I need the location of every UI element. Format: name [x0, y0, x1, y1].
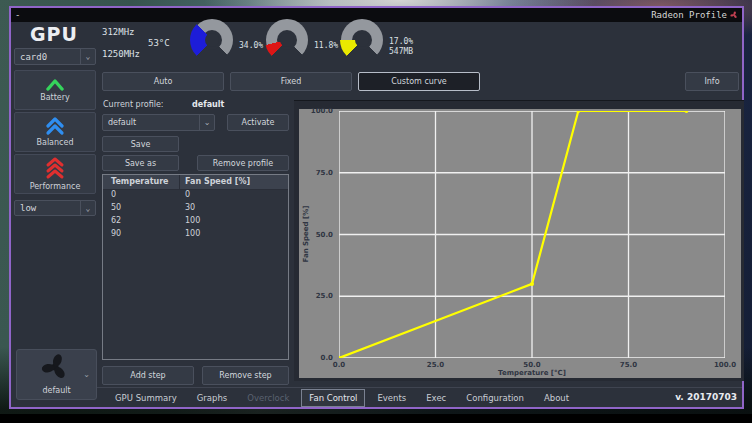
- y-tick-label: 75.0: [316, 169, 333, 177]
- tab-gpu-summary[interactable]: GPU Summary: [107, 389, 185, 407]
- chevron-down-icon: ⌄: [80, 201, 95, 215]
- card-select-value: card0: [15, 52, 80, 62]
- fan-curve-point[interactable]: [530, 282, 534, 286]
- memory-usage-gauge: [341, 19, 383, 61]
- tab-events[interactable]: Events: [369, 389, 414, 407]
- tab-exec[interactable]: Exec: [418, 389, 454, 407]
- y-tick-label: 50.0: [316, 231, 333, 239]
- cell-temperature: 0: [103, 190, 180, 203]
- table-row[interactable]: 62100: [103, 216, 288, 229]
- fan-fixed-button[interactable]: Fixed: [230, 72, 352, 91]
- fan-auto-button[interactable]: Auto: [102, 72, 224, 91]
- profile-select[interactable]: default ⌄: [102, 114, 215, 131]
- y-tick-label: 100.0: [311, 107, 333, 115]
- chevron-down-icon: ⌄: [83, 370, 90, 379]
- power-level-value: low: [15, 203, 80, 213]
- x-axis-label: Temperature [°C]: [339, 369, 725, 377]
- tab-configuration[interactable]: Configuration: [458, 389, 532, 407]
- plot-area[interactable]: [339, 111, 725, 358]
- desktop-wallpaper: - Radeon Profile GPU card0 ⌄: [0, 0, 752, 423]
- minimize-glyph[interactable]: -: [15, 10, 20, 20]
- column-header-fan-speed[interactable]: Fan Speed [%]: [180, 175, 288, 189]
- profile-select-value: default: [103, 118, 199, 127]
- tab-fan-control[interactable]: Fan Control: [301, 389, 365, 407]
- memory-usage-value: 17.0% 547MB: [389, 37, 413, 57]
- table-header: Temperature Fan Speed [%]: [103, 175, 288, 190]
- power-profile-balanced-button[interactable]: Balanced: [14, 112, 96, 152]
- cell-temperature: 62: [103, 216, 180, 229]
- fan-curve-chart[interactable]: Fan Speed [%] 100.075.050.025.00.0 0.025…: [299, 109, 741, 378]
- chevron-down-icon: ⌄: [80, 49, 95, 64]
- x-tick-label: 100.0: [714, 361, 736, 369]
- current-profile-label: Current profile:: [103, 100, 164, 109]
- y-axis-ticks: 100.075.050.025.00.0: [299, 111, 335, 358]
- power-profile-label: Balanced: [37, 138, 74, 147]
- main-tab-bar: GPU SummaryGraphsOverclockFan ControlEve…: [97, 387, 742, 407]
- core-clock-value: 312MHz: [102, 27, 135, 37]
- cell-fan-speed: 30: [180, 203, 288, 216]
- fan-icon: [41, 353, 69, 381]
- x-tick-label: 25.0: [427, 361, 444, 369]
- double-chevron-up-icon: [44, 117, 66, 136]
- x-tick-label: 0.0: [333, 361, 345, 369]
- cell-fan-speed: 100: [180, 216, 288, 229]
- gauge-2-value: 11.8%: [314, 41, 338, 51]
- fan-profile-selector[interactable]: ⌄ default: [16, 349, 97, 400]
- memory-usage-mb: 547MB: [389, 47, 413, 57]
- cell-temperature: 90: [103, 229, 180, 242]
- chevron-down-icon: ⌄: [199, 115, 214, 130]
- power-profile-label: Battery: [40, 93, 70, 102]
- remove-profile-button[interactable]: Remove profile: [197, 155, 289, 171]
- table-row[interactable]: 5030: [103, 203, 288, 216]
- fan-custom-curve-button[interactable]: Custom curve: [358, 72, 480, 91]
- save-as-button[interactable]: Save as: [102, 155, 179, 171]
- cell-fan-speed: 0: [180, 190, 288, 203]
- fan-profile-name: default: [17, 386, 96, 395]
- x-axis-ticks: 0.025.050.075.0100.0: [339, 361, 725, 369]
- save-button[interactable]: Save: [102, 136, 179, 152]
- radeon-profile-window: - Radeon Profile GPU card0 ⌄: [9, 6, 744, 409]
- x-tick-label: 75.0: [620, 361, 637, 369]
- memory-clock-value: 1250MHz: [102, 49, 140, 59]
- column-header-temperature[interactable]: Temperature: [103, 175, 180, 189]
- temperature-value: 53°C: [148, 38, 170, 48]
- gauge-2: [266, 19, 308, 61]
- fan-steps-table[interactable]: Temperature Fan Speed [%] 00503062100901…: [102, 174, 289, 360]
- version-label: v. 20170703: [675, 392, 737, 402]
- table-row[interactable]: 90100: [103, 229, 288, 242]
- power-profile-performance-button[interactable]: Performance: [14, 154, 96, 194]
- tab-graphs[interactable]: Graphs: [189, 389, 236, 407]
- power-profile-label: Performance: [30, 182, 81, 191]
- activate-button[interactable]: Activate: [227, 114, 289, 131]
- fan-curve-point[interactable]: [684, 111, 688, 113]
- table-row[interactable]: 00: [103, 190, 288, 203]
- fan-curve-chart-region: Fan Speed [%] 100.075.050.025.00.0 0.025…: [294, 100, 744, 381]
- gpu-load-gauge: [191, 19, 233, 61]
- current-profile-value: default: [192, 100, 224, 109]
- gpu-load-value: 34.0%: [239, 41, 263, 51]
- tab-about[interactable]: About: [536, 389, 577, 407]
- y-tick-label: 25.0: [316, 292, 333, 300]
- cell-fan-speed: 100: [180, 229, 288, 242]
- add-step-button[interactable]: Add step: [102, 366, 194, 385]
- y-tick-label: 0.0: [321, 354, 333, 362]
- triple-chevron-up-icon: [44, 157, 66, 180]
- x-tick-label: 50.0: [523, 361, 540, 369]
- window-title: Radeon Profile: [651, 10, 727, 20]
- tab-overclock: Overclock: [239, 389, 297, 407]
- chevron-up-icon: [44, 78, 66, 91]
- desktop-bottom-bar: [0, 414, 752, 423]
- power-profile-battery-button[interactable]: Battery: [14, 70, 96, 110]
- gpu-heading: GPU: [30, 23, 78, 45]
- cell-temperature: 50: [103, 203, 180, 216]
- remove-step-button[interactable]: Remove step: [202, 366, 289, 385]
- info-button[interactable]: Info: [685, 72, 739, 91]
- memory-usage-percent: 17.0%: [389, 37, 413, 47]
- fan-icon: [730, 11, 738, 19]
- power-level-select[interactable]: low ⌄: [14, 200, 96, 216]
- card-select[interactable]: card0 ⌄: [14, 48, 96, 65]
